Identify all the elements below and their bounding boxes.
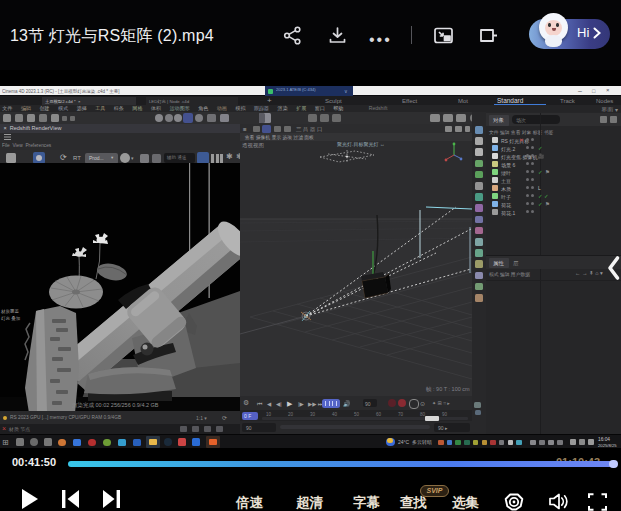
svg-text:灯光 叠加: 灯光 叠加 (1, 316, 21, 321)
svg-text:帧 : 90 T : 100 cm: 帧 : 90 T : 100 cm (426, 386, 470, 392)
svg-text:材质覆盖: 材质覆盖 (0, 308, 20, 315)
svg-text:透视视图: 透视视图 (242, 142, 264, 149)
svg-text:渲染完成 00:02 256/256 0.9/4.2 G: 渲染完成 00:02 256/256 0.9/4.2 GB (72, 402, 159, 409)
svg-text:聚光灯.目标聚光灯 ↔: 聚光灯.目标聚光灯 ↔ (337, 141, 385, 148)
